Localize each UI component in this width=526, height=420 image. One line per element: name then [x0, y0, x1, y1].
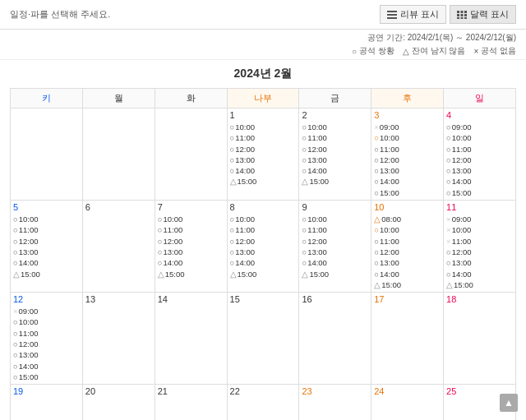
- slot-3-14[interactable]: 14:00: [374, 176, 441, 187]
- slot-3-10[interactable]: 10:00: [374, 132, 441, 143]
- slot-11-11[interactable]: 11:00: [446, 236, 513, 247]
- slot-11-10[interactable]: 10:00: [446, 224, 513, 235]
- slot-4-10[interactable]: 10:00: [446, 132, 513, 143]
- slot-3-09[interactable]: 09:00: [374, 122, 441, 132]
- slot-7-11[interactable]: 11:00: [158, 224, 224, 235]
- slot-4-12[interactable]: 12:00: [446, 155, 513, 165]
- list-view-btn[interactable]: 리뷰 표시: [380, 5, 446, 24]
- slot-4-13[interactable]: 13:00: [446, 165, 513, 176]
- day-24: 24: [374, 386, 441, 396]
- cal-cell-10[interactable]: 10 08:00 10:00 11:00 12:00 13:00 14:00 1…: [371, 201, 444, 293]
- cal-cell-9[interactable]: 9 10:00 11:00 12:00 13:00 14:00 15:00: [299, 201, 371, 293]
- slot-11-12[interactable]: 12:00: [446, 247, 513, 257]
- cal-cell-8[interactable]: 8 10:00 11:00 12:00 13:00 14:00 15:00: [227, 201, 299, 293]
- slot-12-12[interactable]: 12:00: [13, 339, 80, 349]
- slot-10-15[interactable]: 15:00: [374, 279, 441, 290]
- slot-12-15[interactable]: 15:00: [13, 372, 80, 382]
- slot-10-10[interactable]: 10:00: [374, 224, 441, 235]
- slot-7-14[interactable]: 14:00: [158, 257, 224, 268]
- slot-3-13[interactable]: 13:00: [374, 165, 441, 176]
- slot-10-08[interactable]: 08:00: [374, 214, 441, 224]
- cal-cell-4[interactable]: 4 09:00 10:00 11:00 12:00 13:00 14:00 15…: [444, 108, 516, 201]
- slot-9-15[interactable]: 15:00: [302, 269, 368, 279]
- slot-1-15[interactable]: 15:00: [230, 176, 297, 187]
- slot-7-15[interactable]: 15:00: [158, 269, 224, 279]
- th-wed: 나부: [227, 89, 299, 108]
- slot-12-14[interactable]: 14:00: [13, 361, 80, 372]
- slot-4-11[interactable]: 11:00: [446, 144, 513, 155]
- slot-11-09[interactable]: 09:00: [446, 214, 513, 224]
- slot-2-14[interactable]: 14:00: [302, 165, 368, 176]
- th-fri: 후: [371, 89, 444, 108]
- slot-2-15[interactable]: 15:00: [302, 176, 368, 187]
- cal-cell-5[interactable]: 5 10:00 11:00 12:00 13:00 14:00 15:00: [11, 201, 83, 293]
- slot-11-15[interactable]: 15:00: [446, 279, 513, 290]
- slot-8-14[interactable]: 14:00: [230, 257, 297, 268]
- slot-5-13[interactable]: 13:00: [13, 247, 80, 257]
- slot-5-10[interactable]: 10:00: [13, 214, 80, 224]
- slot-9-12[interactable]: 12:00: [302, 236, 368, 247]
- slot-9-11[interactable]: 11:00: [302, 224, 368, 235]
- cal-row-4: 19 20 21 22 23 24 25: [11, 385, 516, 420]
- slot-1-11[interactable]: 11:00: [230, 132, 297, 143]
- slot-10-12[interactable]: 12:00: [374, 247, 441, 257]
- svg-rect-10: [460, 17, 463, 19]
- cal-cell-6[interactable]: 6: [82, 201, 155, 293]
- slot-8-15[interactable]: 15:00: [230, 269, 297, 279]
- slot-8-10[interactable]: 10:00: [230, 214, 297, 224]
- calendar-table: 키 월 화 나부 금 후 일 1 10:00 11:00 12:00: [10, 88, 516, 420]
- cal-row-1: 1 10:00 11:00 12:00 13:00 14:00 15:00 2 …: [11, 108, 516, 201]
- slot-1-12[interactable]: 12:00: [230, 144, 297, 155]
- slot-1-14[interactable]: 14:00: [230, 165, 297, 176]
- slot-2-11[interactable]: 11:00: [302, 132, 368, 143]
- slot-3-12[interactable]: 12:00: [374, 155, 441, 165]
- slot-9-13[interactable]: 13:00: [302, 247, 368, 257]
- slot-4-15[interactable]: 15:00: [446, 187, 513, 198]
- slot-3-11[interactable]: 11:00: [374, 144, 441, 155]
- scroll-top-button[interactable]: ▲: [500, 394, 518, 412]
- cal-cell-3[interactable]: 3 09:00 10:00 11:00 12:00 13:00 14:00 15…: [371, 108, 444, 201]
- th-thu: 금: [299, 89, 371, 108]
- slot-5-15[interactable]: 15:00: [13, 269, 80, 279]
- slot-5-11[interactable]: 11:00: [13, 224, 80, 235]
- slot-1-13[interactable]: 13:00: [230, 155, 297, 165]
- slot-8-13[interactable]: 13:00: [230, 247, 297, 257]
- day-12: 12: [13, 294, 80, 304]
- day-8: 8: [230, 202, 297, 212]
- slot-10-11[interactable]: 11:00: [374, 236, 441, 247]
- slot-7-12[interactable]: 12:00: [158, 236, 224, 247]
- cal-cell-12[interactable]: 12 09:00 10:00 11:00 12:00 13:00 14:00 1…: [11, 293, 83, 385]
- slot-10-14[interactable]: 14:00: [374, 269, 441, 279]
- cal-cell-2[interactable]: 2 10:00 11:00 12:00 13:00 14:00 15:00: [299, 108, 371, 201]
- slot-2-13[interactable]: 13:00: [302, 155, 368, 165]
- svg-rect-4: [460, 11, 463, 13]
- slot-12-09[interactable]: 09:00: [13, 306, 80, 316]
- cal-cell-21: 21: [155, 385, 227, 420]
- cal-cell-11[interactable]: 11 09:00 10:00 11:00 12:00 13:00 14:00 1…: [444, 201, 516, 293]
- slot-8-12[interactable]: 12:00: [230, 236, 297, 247]
- slot-12-13[interactable]: 13:00: [13, 349, 80, 360]
- cal-cell-1[interactable]: 1 10:00 11:00 12:00 13:00 14:00 15:00: [227, 108, 299, 201]
- slot-8-11[interactable]: 11:00: [230, 224, 297, 235]
- slot-2-10[interactable]: 10:00: [302, 122, 368, 132]
- slot-9-10[interactable]: 10:00: [302, 214, 368, 224]
- slot-12-11[interactable]: 11:00: [13, 328, 80, 339]
- slot-7-10[interactable]: 10:00: [158, 214, 224, 224]
- cal-cell-19: 19: [11, 385, 83, 420]
- slot-12-10[interactable]: 10:00: [13, 316, 80, 327]
- slot-1-10[interactable]: 10:00: [230, 122, 297, 132]
- slot-11-13[interactable]: 13:00: [446, 257, 513, 268]
- cal-cell-7[interactable]: 7 10:00 11:00 12:00 13:00 14:00 15:00: [155, 201, 227, 293]
- slot-2-12[interactable]: 12:00: [302, 144, 368, 155]
- slot-10-13[interactable]: 13:00: [374, 257, 441, 268]
- slot-9-14[interactable]: 14:00: [302, 257, 368, 268]
- slot-5-12[interactable]: 12:00: [13, 236, 80, 247]
- slot-4-09[interactable]: 09:00: [446, 122, 513, 132]
- slot-4-14[interactable]: 14:00: [446, 176, 513, 187]
- cal-view-btn[interactable]: 달력 표시: [450, 5, 516, 24]
- slot-3-15[interactable]: 15:00: [374, 187, 441, 198]
- slot-5-14[interactable]: 14:00: [13, 257, 80, 268]
- slot-7-13[interactable]: 13:00: [158, 247, 224, 257]
- th-sun: 일: [444, 89, 516, 108]
- slot-11-14[interactable]: 14:00: [446, 269, 513, 279]
